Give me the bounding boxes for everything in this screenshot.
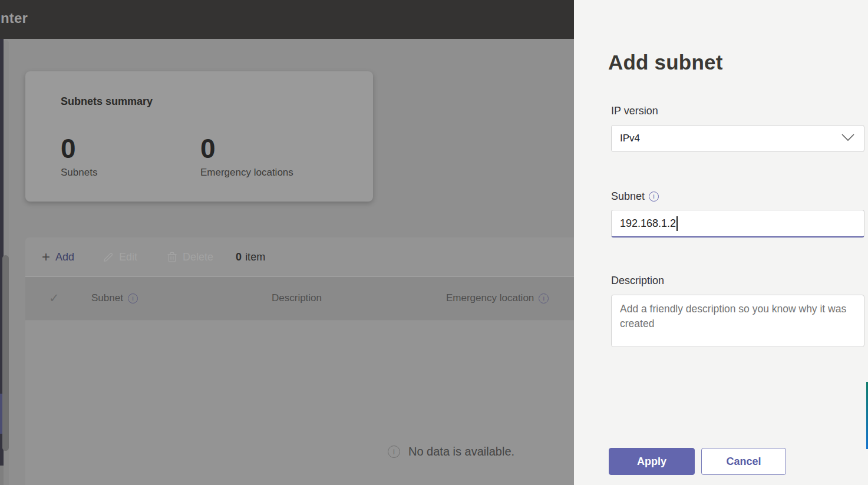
plus-icon: + <box>42 250 50 264</box>
select-all-checkmark-icon[interactable]: ✓ <box>49 291 60 305</box>
subnet-input-value: 192.168.1.2 <box>620 217 676 230</box>
table-header-row: ✓ Subnet i Description Emergency locatio… <box>25 277 574 321</box>
stat-emergency-locations: 0 Emergency locations <box>200 135 293 179</box>
delete-button-label: Delete <box>183 251 213 263</box>
info-icon[interactable]: i <box>649 192 659 202</box>
subnet-input[interactable]: 192.168.1.2 <box>611 210 864 237</box>
ip-version-value: IPv4 <box>620 133 640 144</box>
vertical-scrollbar-thumb[interactable] <box>2 255 9 451</box>
add-button[interactable]: + Add <box>42 250 74 264</box>
add-button-label: Add <box>55 251 74 263</box>
edit-button-label: Edit <box>119 251 137 263</box>
command-bar: + Add Edit <box>25 237 574 277</box>
stat-subnets: 0 Subnets <box>61 135 97 179</box>
app-title-fragment: nter <box>1 10 28 27</box>
apply-button[interactable]: Apply <box>609 448 695 475</box>
cancel-button[interactable]: Cancel <box>701 448 786 475</box>
text-cursor <box>676 216 678 231</box>
edit-button[interactable]: Edit <box>103 251 137 263</box>
trash-icon <box>167 252 177 263</box>
column-header-description[interactable]: Description <box>272 292 322 304</box>
chevron-down-icon <box>841 133 854 144</box>
column-header-emergency-location[interactable]: Emergency location i <box>446 292 549 304</box>
column-header-subnet[interactable]: Subnet i <box>91 292 138 304</box>
add-subnet-panel: Add subnet IP version IPv4 Subnet i 192.… <box>574 0 868 485</box>
item-count-value: 0 <box>236 251 242 263</box>
stat-emergency-value: 0 <box>200 135 293 162</box>
description-label: Description <box>611 275 664 287</box>
info-icon: i <box>388 446 400 458</box>
description-textarea[interactable] <box>611 295 864 347</box>
panel-title: Add subnet <box>608 51 722 74</box>
subnets-table-section: + Add Edit <box>25 237 574 485</box>
subnet-label-text: Subnet <box>611 190 645 203</box>
delete-button[interactable]: Delete <box>167 251 213 263</box>
item-count: 0item <box>236 251 265 263</box>
summary-card-title: Subnets summary <box>61 95 153 108</box>
column-subnet-label: Subnet <box>91 292 123 304</box>
ip-version-label: IP version <box>611 105 658 117</box>
subnets-summary-card: Subnets summary 0 Subnets 0 Emergency lo… <box>25 71 373 202</box>
app-top-bar: nter <box>0 0 574 39</box>
column-emergency-label: Emergency location <box>446 292 534 304</box>
stat-subnets-label: Subnets <box>61 167 97 179</box>
dimmed-page-region: nter Subnets summary 0 Subnets 0 Emergen… <box>0 0 574 485</box>
info-icon[interactable]: i <box>128 293 138 303</box>
ip-version-dropdown[interactable]: IPv4 <box>611 125 864 152</box>
column-description-label: Description <box>272 292 322 304</box>
stat-emergency-label: Emergency locations <box>200 167 293 179</box>
stat-subnets-value: 0 <box>61 135 97 162</box>
subnet-label: Subnet i <box>611 190 659 203</box>
empty-state-text: No data is available. <box>408 445 514 458</box>
item-count-suffix: item <box>245 251 265 263</box>
info-icon[interactable]: i <box>539 293 549 303</box>
empty-state-message: i No data is available. <box>388 445 514 458</box>
pencil-icon <box>103 252 114 263</box>
